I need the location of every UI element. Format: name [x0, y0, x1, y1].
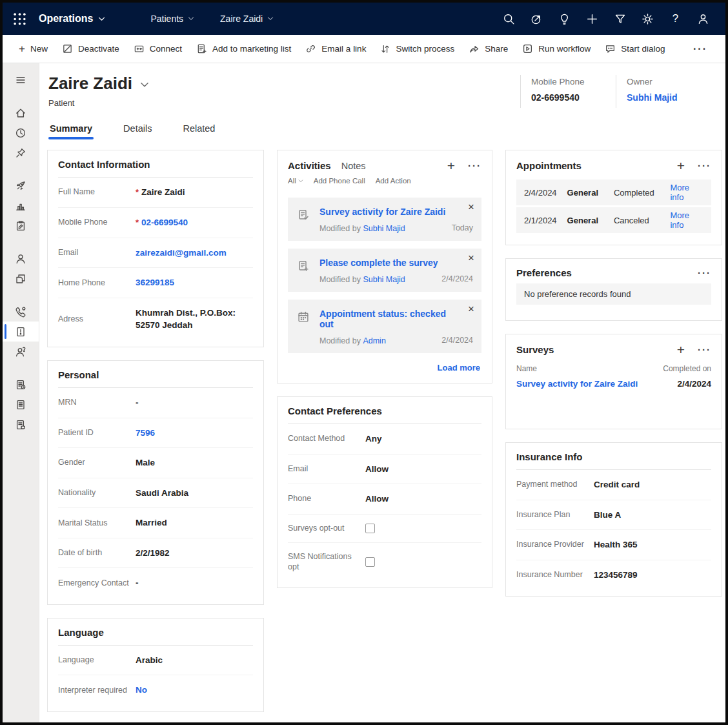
field-value-link[interactable]: 36299185: [136, 276, 174, 289]
sms-notifications-checkbox[interactable]: [365, 557, 375, 567]
add-phone-call-link[interactable]: Add Phone Call: [314, 177, 365, 185]
field-value[interactable]: Any: [365, 433, 382, 445]
card-overflow-icon[interactable]: ···: [698, 344, 711, 355]
more-info-link[interactable]: More info: [670, 183, 703, 202]
activity-title-link[interactable]: Appointment status: checked out: [319, 309, 474, 329]
owner-link[interactable]: Subhi Majid: [627, 92, 698, 103]
field-value[interactable]: 123456789: [594, 569, 638, 582]
field-value[interactable]: Khumrah Dist., P.O.Box: 52570 Jeddah: [136, 307, 253, 332]
surveys-opt-out-checkbox[interactable]: [365, 524, 375, 533]
field-row-payment-method: Payment method Credit card: [516, 470, 711, 500]
field-value[interactable]: Male: [136, 456, 155, 469]
survey-check-icon: [297, 209, 310, 233]
add-to-marketing-list-button[interactable]: Add to marketing list: [189, 39, 298, 59]
field-value[interactable]: Blue A: [594, 509, 621, 522]
quick-create-icon[interactable]: [580, 8, 604, 30]
activity-item[interactable]: Please complete the survey Modified by S…: [288, 249, 481, 292]
sidebar-item-person-question[interactable]: [3, 342, 39, 362]
tab-details[interactable]: Details: [123, 123, 152, 139]
field-value[interactable]: Health 365: [594, 538, 638, 551]
activities-tab[interactable]: Activities: [288, 160, 331, 171]
sidebar-item-metrics[interactable]: [3, 196, 39, 216]
activity-title-link[interactable]: Please complete the survey: [319, 258, 455, 268]
sidebar-item-files[interactable]: [3, 269, 39, 289]
sidebar-item-clipboard-edit[interactable]: [3, 216, 39, 236]
activity-title-link[interactable]: Survey activity for Zaire Zaidi: [319, 207, 462, 217]
sidebar-item-pinned[interactable]: [3, 143, 39, 163]
search-icon[interactable]: [497, 8, 521, 30]
filter-all-dropdown[interactable]: All: [288, 177, 303, 185]
activities-card: Activities Notes + ··· All: [277, 150, 492, 383]
lightbulb-icon[interactable]: [552, 8, 576, 30]
field-value[interactable]: 2/2/1982: [136, 547, 170, 560]
sidebar-item-document[interactable]: [3, 394, 39, 414]
field-value[interactable]: Credit card: [594, 478, 640, 491]
card-overflow-icon[interactable]: ···: [468, 160, 481, 171]
switch-process-button[interactable]: Switch process: [373, 39, 461, 59]
card-overflow-icon[interactable]: ···: [698, 267, 711, 278]
add-activity-icon[interactable]: +: [447, 159, 455, 172]
field-value[interactable]: Allow: [365, 493, 389, 505]
sidebar-item-document-history[interactable]: [3, 374, 39, 394]
activity-item[interactable]: Survey activity for Zaire Zaidi Modified…: [288, 198, 481, 241]
settings-gear-icon[interactable]: [636, 8, 660, 30]
sidebar-item-contacts[interactable]: [3, 249, 39, 269]
sidebar-item-home[interactable]: [3, 103, 39, 123]
tab-related[interactable]: Related: [183, 123, 215, 139]
share-button[interactable]: Share: [461, 39, 515, 59]
help-icon[interactable]: ?: [663, 8, 687, 30]
run-workflow-button[interactable]: Run workflow: [515, 39, 598, 59]
field-value-link[interactable]: 7596: [136, 427, 155, 440]
field-value[interactable]: -: [136, 396, 139, 409]
sidebar-item-billing-document[interactable]: [3, 414, 39, 434]
connect-button[interactable]: Connect: [126, 39, 189, 59]
field-value[interactable]: Married: [136, 516, 167, 529]
add-survey-icon[interactable]: +: [677, 343, 685, 356]
field-value-link[interactable]: zairezaidi@gmail.com: [136, 247, 227, 260]
notes-tab[interactable]: Notes: [341, 161, 366, 171]
field-value-link[interactable]: No: [136, 684, 147, 697]
modified-by-link[interactable]: Subhi Majid: [363, 275, 405, 284]
field-row-email: Email zairezaidi@gmail.com: [58, 238, 253, 268]
hamburger-menu-icon[interactable]: [3, 70, 39, 90]
field-value[interactable]: Saudi Arabia: [136, 487, 188, 500]
field-value[interactable]: *Zaire Zaidi: [136, 186, 185, 199]
modified-by-link[interactable]: Admin: [363, 336, 385, 345]
appointment-row[interactable]: 2/1/2024 General Canceled More info: [516, 207, 711, 233]
sidebar-item-phone-calls[interactable]: [3, 301, 39, 322]
survey-name-link[interactable]: Survey activity for Zaire Zaidi: [516, 379, 638, 389]
sidebar-item-rocket[interactable]: [3, 176, 39, 196]
close-icon[interactable]: ×: [468, 201, 474, 212]
account-icon[interactable]: [691, 8, 715, 30]
start-dialog-button[interactable]: Start dialog: [598, 39, 672, 59]
add-action-link[interactable]: Add Action: [376, 177, 411, 185]
add-appointment-icon[interactable]: +: [677, 159, 685, 172]
load-more-link[interactable]: Load more: [288, 353, 481, 376]
field-value[interactable]: -: [136, 577, 139, 589]
quick-launch-icon[interactable]: [525, 8, 549, 30]
breadcrumb-patients[interactable]: Patients: [150, 14, 194, 24]
chevron-down-icon[interactable]: [140, 82, 149, 88]
field-value[interactable]: Arabic: [136, 654, 163, 667]
field-value[interactable]: Allow: [365, 463, 389, 476]
card-overflow-icon[interactable]: ···: [698, 160, 711, 171]
activity-item[interactable]: Appointment status: checked out Modified…: [288, 300, 481, 353]
command-overflow-button[interactable]: ···: [684, 43, 716, 55]
new-button[interactable]: + New: [12, 39, 55, 59]
deactivate-button[interactable]: Deactivate: [55, 39, 126, 59]
survey-row[interactable]: Survey activity for Zaire Zaidi 2/4/2024: [516, 379, 711, 389]
app-title[interactable]: Operations: [39, 13, 105, 25]
close-icon[interactable]: ×: [468, 303, 474, 314]
field-value-link[interactable]: *02-6699540: [136, 216, 188, 229]
waffle-menu-icon[interactable]: [13, 7, 39, 30]
filter-icon[interactable]: [608, 8, 632, 30]
breadcrumb-record[interactable]: Zaire Zaidi: [220, 14, 274, 24]
more-info-link[interactable]: More info: [670, 210, 703, 230]
appointment-row[interactable]: 2/4/2024 General Completed More info: [516, 179, 711, 205]
email-a-link-button[interactable]: Email a link: [298, 39, 373, 59]
sidebar-item-patient-record[interactable]: [3, 322, 39, 342]
close-icon[interactable]: ×: [468, 252, 474, 263]
modified-by-link[interactable]: Subhi Majid: [363, 224, 405, 233]
tab-summary[interactable]: Summary: [50, 123, 92, 139]
sidebar-item-recent[interactable]: [3, 123, 39, 143]
